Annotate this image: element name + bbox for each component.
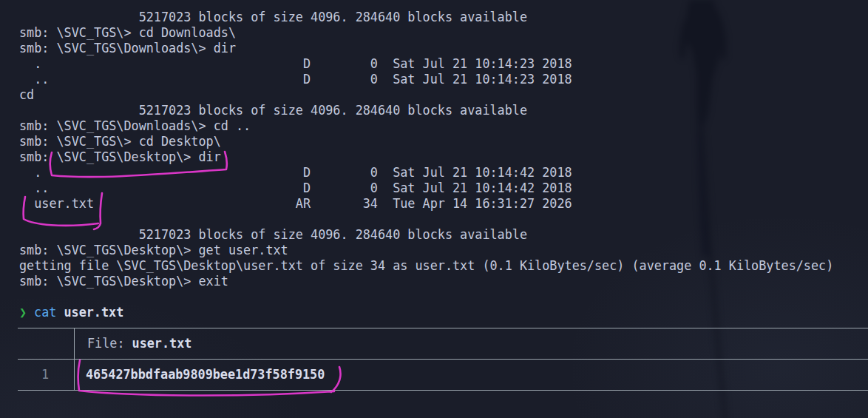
terminal-screen[interactable]: 5217023 blocks of size 4096. 284640 bloc… bbox=[0, 0, 868, 418]
file-content-row: 1465427bbdfaab9809bee1d73f58f9150 bbox=[19, 367, 868, 382]
terminal-line: user.txt AR 34 Tue Apr 14 16:31:27 2026 bbox=[19, 196, 868, 212]
divider-line-middle bbox=[19, 351, 868, 367]
terminal-output: 5217023 blocks of size 4096. 284640 bloc… bbox=[0, 0, 868, 418]
terminal-line: .. D 0 Sat Jul 21 10:14:42 2018 bbox=[19, 181, 868, 196]
terminal-line: smb: \SVC_TGS\> cd Desktop\ bbox=[19, 134, 868, 149]
terminal-line bbox=[19, 289, 868, 305]
divider-line-bottom bbox=[19, 382, 868, 398]
shell-prompt-line: ❯catuser.txt bbox=[19, 305, 868, 320]
terminal-line: . D 0 Sat Jul 21 10:14:23 2018 bbox=[19, 56, 868, 72]
terminal-line: 5217023 blocks of size 4096. 284640 bloc… bbox=[19, 227, 868, 243]
terminal-line: smb: \SVC_TGS\Downloads\> dir bbox=[19, 41, 868, 56]
terminal-line: cd bbox=[19, 87, 868, 103]
terminal-line: . D 0 Sat Jul 21 10:14:42 2018 bbox=[19, 165, 868, 181]
file-header-row: File:user.txt bbox=[19, 336, 868, 351]
terminal-line: 5217023 blocks of size 4096. 284640 bloc… bbox=[19, 10, 868, 25]
file-name: user.txt bbox=[132, 336, 192, 351]
command-text: cat bbox=[34, 305, 56, 320]
file-label: File: bbox=[87, 336, 125, 351]
terminal-line: smb: \SVC_TGS\Desktop\> get user.txt bbox=[19, 243, 868, 258]
terminal-line: smb: \SVC_TGS\Desktop\> exit bbox=[19, 274, 868, 289]
terminal-line bbox=[19, 212, 868, 227]
terminal-line: .. D 0 Sat Jul 21 10:14:23 2018 bbox=[19, 72, 868, 87]
file-content-hash: 465427bbdfaab9809bee1d73f58f9150 bbox=[86, 367, 325, 382]
terminal-line: smb: \SVC_TGS\> cd Downloads\ bbox=[19, 25, 868, 41]
terminal-line: smb: \SVC_TGS\Downloads\> cd .. bbox=[19, 118, 868, 134]
terminal-line: 5217023 blocks of size 4096. 284640 bloc… bbox=[19, 103, 868, 118]
command-argument: user.txt bbox=[64, 305, 123, 320]
line-number: 1 bbox=[41, 367, 49, 382]
terminal-line: getting file \SVC_TGS\Desktop\user.txt o… bbox=[19, 258, 868, 274]
terminal-line: smb: \SVC_TGS\Desktop\> dir bbox=[19, 149, 868, 165]
prompt-arrow-icon: ❯ bbox=[19, 305, 27, 320]
divider-line-top bbox=[19, 320, 868, 336]
